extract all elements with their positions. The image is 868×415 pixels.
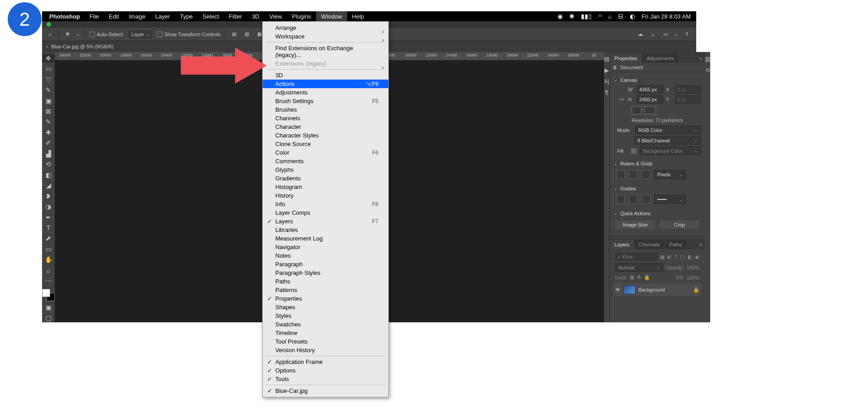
mode-select[interactable]: RGB Color bbox=[635, 126, 701, 134]
layer-lock-icon[interactable]: 🔒 bbox=[693, 287, 699, 293]
libraries-icon[interactable]: ▥ bbox=[705, 56, 710, 62]
menu-item-history[interactable]: History bbox=[263, 191, 388, 200]
menu-item-brushes[interactable]: Brushes bbox=[263, 105, 388, 114]
visibility-icon[interactable]: 👁 bbox=[615, 287, 620, 292]
menu-image[interactable]: Image bbox=[124, 11, 150, 21]
layer-filter-kind[interactable]: ⌕Kind bbox=[615, 253, 657, 260]
filter-smart-icon[interactable]: ◧ bbox=[688, 254, 692, 260]
panel-icon-2[interactable]: ▶ bbox=[604, 67, 609, 74]
menu-item-timeline[interactable]: Timeline bbox=[263, 329, 388, 337]
orientation-landscape[interactable] bbox=[644, 106, 656, 114]
menu-3d[interactable]: 3D bbox=[247, 11, 264, 21]
history-brush-tool[interactable]: ⟲ bbox=[42, 160, 55, 169]
fill-opacity-value[interactable]: 100% bbox=[687, 275, 699, 280]
move-tool[interactable]: ✥ bbox=[42, 54, 55, 62]
control-center-icon[interactable]: ⊟ bbox=[618, 13, 623, 20]
lasso-tool[interactable]: ➰ bbox=[42, 75, 55, 84]
menu-item-actions[interactable]: Actions⌥F9 bbox=[263, 80, 388, 88]
eraser-tool[interactable]: ◧ bbox=[42, 170, 55, 179]
menu-help[interactable]: Help bbox=[347, 11, 369, 21]
menu-item-measurement-log[interactable]: Measurement Log bbox=[263, 234, 388, 243]
menu-item-clone-source[interactable]: Clone Source bbox=[263, 140, 388, 148]
menu-item-patterns[interactable]: Patterns bbox=[263, 286, 388, 294]
crop-tool[interactable]: ▣ bbox=[42, 96, 55, 105]
menu-item-options[interactable]: Options bbox=[263, 366, 388, 375]
menu-item-info[interactable]: InfoF8 bbox=[263, 200, 388, 208]
menu-item-paragraph-styles[interactable]: Paragraph Styles bbox=[263, 269, 388, 277]
menu-item-version-history[interactable]: Version History bbox=[263, 346, 388, 354]
menubar-clock[interactable]: Fri Jan 28 8:03 AM bbox=[642, 13, 691, 20]
layers-panel-menu-icon[interactable]: ≡ bbox=[697, 240, 705, 249]
align-left-icon[interactable]: ▤ bbox=[230, 30, 238, 38]
optbar-chevron-icon[interactable]: ⌄ bbox=[76, 31, 80, 37]
menu-window[interactable]: Window bbox=[316, 11, 347, 21]
menu-item-arrange[interactable]: Arrange bbox=[263, 24, 388, 32]
menu-item-brush-settings[interactable]: Brush SettingsF5 bbox=[263, 97, 388, 105]
opacity-value[interactable]: 100% bbox=[687, 265, 699, 270]
clone-stamp-tool[interactable]: ▟ bbox=[42, 149, 55, 158]
more-tools[interactable]: ⋯ bbox=[42, 277, 55, 285]
menu-item-character-styles[interactable]: Character Styles bbox=[263, 131, 388, 140]
panel-icon-character[interactable]: A| bbox=[604, 78, 609, 85]
filter-shape-icon[interactable]: ▢ bbox=[680, 254, 685, 260]
menu-item-layer-comps[interactable]: Layer Comps bbox=[263, 208, 388, 217]
bluetooth-icon[interactable]: ✱ bbox=[569, 13, 575, 20]
tab-channels[interactable]: Channels bbox=[634, 240, 664, 249]
panel-icon-1[interactable]: ▤ bbox=[604, 56, 609, 62]
link-wh-icon[interactable]: ⚯ bbox=[620, 97, 624, 103]
path-select-tool[interactable]: ⬈ bbox=[42, 234, 55, 243]
bits-select[interactable]: 8 Bits/Channel bbox=[634, 136, 701, 145]
menu-item-3d[interactable]: 3D bbox=[263, 71, 388, 80]
type-tool[interactable]: T bbox=[42, 223, 55, 232]
menu-item-navigator[interactable]: Navigator bbox=[263, 243, 388, 251]
h-value[interactable]: 2450 px bbox=[637, 95, 663, 104]
filter-pixel-icon[interactable]: ▦ bbox=[660, 254, 665, 260]
menu-item-styles[interactable]: Styles bbox=[263, 311, 388, 320]
menu-item-adjustments[interactable]: Adjustments bbox=[263, 88, 388, 97]
blend-mode-select[interactable]: Normal bbox=[615, 263, 663, 272]
canvas-section-label[interactable]: Canvas bbox=[620, 77, 637, 83]
gradient-tool[interactable]: ◢ bbox=[42, 181, 55, 189]
menu-item-channels[interactable]: Channels bbox=[263, 114, 388, 123]
menu-item-glyphs[interactable]: Glyphs bbox=[263, 165, 388, 174]
creative-cloud-icon[interactable]: ◉ bbox=[557, 13, 563, 20]
tab-layers[interactable]: Layers bbox=[610, 240, 634, 249]
chevron-down-icon[interactable]: ⌄ bbox=[674, 31, 678, 37]
brush-tool[interactable]: ✐ bbox=[42, 139, 55, 147]
screen-mode-tool[interactable]: ▢ bbox=[42, 314, 55, 322]
orientation-portrait[interactable] bbox=[632, 106, 642, 114]
guide-icon-3[interactable] bbox=[642, 195, 651, 204]
cloud-docs-icon[interactable]: ☁ bbox=[636, 30, 644, 38]
image-size-button[interactable]: Image Size bbox=[614, 220, 656, 230]
menu-item-application-frame[interactable]: Application Frame bbox=[263, 358, 388, 366]
layer-row-background[interactable]: 👁 Background 🔒 bbox=[613, 283, 701, 296]
menu-file[interactable]: File bbox=[85, 11, 104, 21]
ruler-icon-1[interactable] bbox=[616, 170, 625, 179]
menu-item-shapes[interactable]: Shapes bbox=[263, 303, 388, 311]
menu-item-histogram[interactable]: Histogram bbox=[263, 183, 388, 191]
rectangle-tool[interactable]: ▭ bbox=[42, 245, 55, 253]
menu-filter[interactable]: Filter bbox=[224, 11, 247, 21]
move-tool-icon[interactable]: ✥ bbox=[63, 30, 71, 38]
tab-adjustments[interactable]: Adjustments bbox=[642, 54, 679, 63]
filter-type-icon[interactable]: T bbox=[675, 254, 678, 260]
marquee-tool[interactable]: ▭ bbox=[42, 64, 55, 73]
menu-item-character[interactable]: Character bbox=[263, 123, 388, 131]
color-swatches[interactable] bbox=[42, 289, 55, 301]
layer-thumbnail[interactable] bbox=[623, 285, 636, 294]
align-center-h-icon[interactable]: ▥ bbox=[243, 30, 251, 38]
menu-item-properties[interactable]: Properties bbox=[263, 294, 388, 303]
w-value[interactable]: 4355 px bbox=[637, 85, 663, 94]
menu-item-swatches[interactable]: Swatches bbox=[263, 320, 388, 329]
zoom-tool[interactable]: ⌕ bbox=[42, 266, 55, 274]
filter-toggle-icon[interactable]: ◉ bbox=[695, 254, 699, 260]
menu-item-paths[interactable]: Paths bbox=[263, 277, 388, 286]
panel-icon-paragraph[interactable]: ¶ bbox=[605, 89, 609, 96]
close-tab-icon[interactable]: × bbox=[46, 44, 48, 49]
share-icon[interactable]: ⇪ bbox=[683, 30, 691, 38]
hand-tool[interactable]: ✋ bbox=[42, 255, 55, 264]
healing-brush-tool[interactable]: ✚ bbox=[42, 128, 55, 137]
crop-button[interactable]: Crop bbox=[659, 220, 700, 230]
workspace-icon[interactable]: ▭ bbox=[661, 30, 670, 38]
battery-icon[interactable]: ▮▮▯ bbox=[581, 13, 592, 20]
